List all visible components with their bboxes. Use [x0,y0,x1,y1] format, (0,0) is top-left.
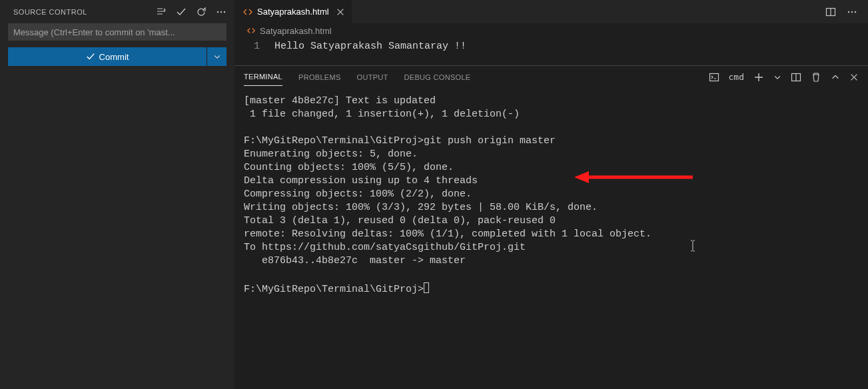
code-content: Hello Satyaprakash Samantaray !! [274,41,466,52]
shell-name[interactable]: cmd [729,72,744,82]
refresh-icon[interactable] [196,7,207,17]
commit-button[interactable]: Commit [8,47,207,66]
terminal-line: Delta compression using up to 4 threads [244,175,478,187]
terminal-line: 1 file changed, 1 insertion(+), 1 deleti… [244,109,520,120]
commit-message-container [8,23,226,41]
html-file-icon [246,26,256,35]
text-cursor-icon [690,240,695,252]
html-file-icon [242,7,253,17]
close-panel-icon[interactable] [849,73,859,82]
bottom-panel: TERMINAL PROBLEMS OUTPUT DEBUG CONSOLE c… [234,65,868,389]
editor-tab[interactable]: Satyaprakash.html [234,0,352,23]
svg-point-4 [848,11,849,12]
maximize-panel-icon[interactable] [831,73,840,82]
view-as-tree-icon[interactable] [156,7,167,17]
chevron-down-icon[interactable] [773,73,781,81]
editor-tabs: Satyaprakash.html [234,0,868,23]
svg-point-2 [224,11,225,12]
svg-point-5 [851,11,853,12]
terminal[interactable]: [master 4b8e27c] Text is updated 1 file … [234,88,868,389]
terminal-cursor [424,282,429,293]
commit-button-label: Commit [99,52,129,62]
terminal-line: Enumerating objects: 5, done. [244,149,418,160]
new-terminal-icon[interactable] [753,72,764,83]
commit-check-icon[interactable] [176,7,187,17]
svg-point-6 [855,11,856,12]
split-terminal-icon[interactable] [791,72,801,83]
commit-dropdown-button[interactable] [207,47,226,66]
svg-rect-7 [709,73,718,81]
terminal-line: Counting objects: 100% (5/5), done. [244,162,454,173]
terminal-line: e876b43..4b8e27c master -> master [244,255,466,266]
terminal-launch-icon[interactable] [709,72,719,83]
commit-message-input[interactable] [8,23,226,41]
terminal-line: Total 3 (delta 1), reused 0 (delta 0), p… [244,215,556,226]
terminal-line: remote: Resolving deltas: 100% (1/1), co… [244,228,651,240]
tab-terminal[interactable]: TERMINAL [244,68,282,86]
tab-output[interactable]: OUTPUT [357,69,388,86]
terminal-line: [master 4b8e27c] Text is updated [244,95,436,107]
terminal-line: Compressing objects: 100% (2/2), done. [244,189,472,200]
terminal-line: Writing objects: 100% (3/3), 292 bytes |… [244,202,598,213]
editor-more-icon[interactable] [847,7,857,17]
split-editor-icon[interactable] [825,7,836,17]
tab-problems[interactable]: PROBLEMS [298,69,341,86]
kill-terminal-icon[interactable] [811,72,821,83]
code-editor[interactable]: 1 Hello Satyaprakash Samantaray !! [234,38,868,65]
breadcrumb[interactable]: Satyaprakash.html [234,23,868,38]
svg-point-1 [220,11,222,12]
tab-filename: Satyaprakash.html [257,7,329,17]
breadcrumb-filename: Satyaprakash.html [260,26,332,36]
more-icon[interactable] [216,7,226,17]
sidebar-header: SOURCE CONTROL [0,0,234,23]
terminal-prompt: F:\MyGitRepo\Terminal\GitProj> [244,284,424,295]
sidebar-title: SOURCE CONTROL [13,8,156,16]
source-control-sidebar: SOURCE CONTROL Comm [0,0,234,389]
tab-debug-console[interactable]: DEBUG CONSOLE [404,69,471,86]
svg-point-0 [217,11,218,12]
terminal-line: To https://github.com/satyaCsgithub/GitP… [244,242,526,253]
close-tab-icon[interactable] [336,7,345,17]
line-number: 1 [234,41,274,52]
terminal-line: F:\MyGitRepo\Terminal\GitProj>git push o… [244,135,556,147]
